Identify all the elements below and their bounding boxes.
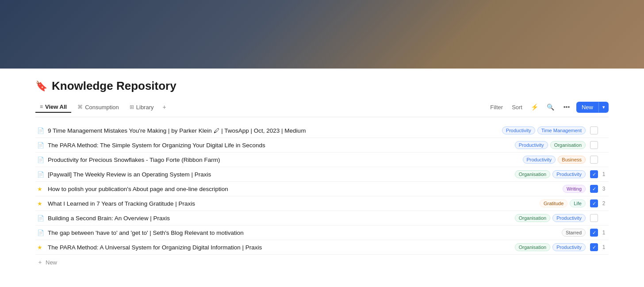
entry-tags: ProductivityTime Management	[502, 126, 586, 134]
entry-tags: Starred	[562, 229, 586, 237]
star-icon: ★	[37, 200, 46, 207]
entry-tags: GratitudeLife	[540, 199, 586, 207]
table-row[interactable]: 📄Productivity for Precious Snowflakes - …	[35, 153, 609, 167]
main-content: 🔖 Knowledge Repository ≡ View All ⌘ Cons…	[0, 69, 644, 287]
entry-checkbox[interactable]: ✓	[590, 243, 598, 251]
tag-productivity[interactable]: Productivity	[523, 156, 556, 164]
sort-button[interactable]: Sort	[509, 102, 525, 112]
doc-icon: 📄	[37, 127, 46, 134]
tag-productivity[interactable]: Productivity	[552, 170, 586, 178]
entry-title: How to polish your publication's About p…	[48, 186, 557, 192]
table-row[interactable]: 📄9 Time Management Mistakes You're Makin…	[35, 123, 609, 138]
doc-icon: 📄	[37, 171, 46, 178]
entry-checkbox[interactable]	[590, 156, 598, 164]
entry-tags: ProductivityBusiness	[523, 156, 586, 164]
entry-title: What I Learned in 7 Years of Tracking Gr…	[48, 200, 534, 207]
tab-consumption[interactable]: ⌘ Consumption	[73, 102, 123, 112]
tag-gratitude[interactable]: Gratitude	[540, 199, 567, 207]
tag-business[interactable]: Business	[558, 156, 586, 164]
library-icon: ⊞	[130, 104, 134, 110]
add-new-label: New	[46, 259, 57, 266]
toolbar-right: Filter Sort ⚡ 🔍 ••• New ▾	[487, 101, 609, 113]
bookmark-icon: 🔖	[35, 80, 47, 92]
header-banner	[0, 0, 644, 69]
tab-view-all[interactable]: ≡ View All	[35, 102, 71, 113]
entries-list: 📄9 Time Management Mistakes You're Makin…	[35, 123, 609, 255]
new-button-chevron[interactable]: ▾	[598, 102, 609, 112]
doc-icon: 📄	[37, 215, 46, 222]
entry-count: 1	[601, 171, 607, 177]
add-new-row[interactable]: ＋ New	[35, 255, 609, 270]
entry-count: 2	[601, 200, 607, 207]
entry-count: 1	[601, 230, 607, 236]
entry-title: Building a Second Brain: An Overview | P…	[48, 215, 510, 222]
entry-title: The gap between 'have to' and 'get to' |…	[48, 230, 556, 236]
table-row[interactable]: 📄[Paywall] The Weekly Review is an Opera…	[35, 167, 609, 182]
table-row[interactable]: ★How to polish your publication's About …	[35, 182, 609, 196]
lightning-icon-button[interactable]: ⚡	[529, 101, 541, 113]
table-row[interactable]: 📄Building a Second Brain: An Overview | …	[35, 211, 609, 226]
table-row[interactable]: ★What I Learned in 7 Years of Tracking G…	[35, 196, 609, 211]
tag-organisation[interactable]: Organisation	[515, 214, 550, 222]
view-all-icon: ≡	[40, 103, 43, 110]
entry-checkbox[interactable]: ✓	[590, 170, 598, 178]
new-button-label: New	[576, 102, 598, 113]
doc-icon: 📄	[37, 230, 46, 236]
add-icon: ＋	[37, 258, 43, 266]
consumption-icon: ⌘	[77, 104, 83, 110]
entry-tags: ProductivityOrganisation	[515, 141, 586, 149]
entry-tags: Writing	[563, 185, 586, 193]
tag-writing[interactable]: Writing	[563, 185, 586, 193]
entry-title: [Paywall] The Weekly Review is an Operat…	[48, 171, 510, 178]
entry-title: 9 Time Management Mistakes You're Making…	[48, 127, 497, 134]
entry-tags: OrganisationProductivity	[515, 243, 586, 251]
entry-tags: OrganisationProductivity	[515, 170, 586, 178]
table-row[interactable]: ★The PARA Method: A Universal System for…	[35, 240, 609, 255]
search-icon-button[interactable]: 🔍	[544, 101, 557, 113]
entry-count: 1	[601, 244, 607, 250]
entry-checkbox[interactable]	[590, 126, 598, 134]
tag-productivity[interactable]: Productivity	[515, 141, 548, 149]
tag-organisation[interactable]: Organisation	[515, 243, 550, 251]
tag-productivity[interactable]: Productivity	[552, 214, 586, 222]
tag-organisation[interactable]: Organisation	[550, 141, 586, 149]
filter-button[interactable]: Filter	[487, 102, 506, 112]
entry-checkbox[interactable]	[590, 141, 598, 149]
doc-icon: 📄	[37, 142, 46, 149]
entry-checkbox[interactable]: ✓	[590, 199, 598, 207]
tab-library[interactable]: ⊞ Library	[125, 102, 158, 112]
page-title: Knowledge Repository	[52, 79, 176, 93]
entry-tags: OrganisationProductivity	[515, 214, 586, 222]
entry-title: The PARA Method: A Universal System for …	[48, 244, 510, 251]
table-row[interactable]: 📄The PARA Method: The Simple System for …	[35, 138, 609, 153]
tabs-left: ≡ View All ⌘ Consumption ⊞ Library +	[35, 102, 169, 113]
entry-checkbox[interactable]: ✓	[590, 229, 598, 237]
more-options-button[interactable]: •••	[560, 101, 573, 113]
tabs-toolbar: ≡ View All ⌘ Consumption ⊞ Library + Fil…	[35, 101, 609, 117]
doc-icon: 📄	[37, 157, 46, 163]
tag-productivity[interactable]: Productivity	[552, 243, 586, 251]
star-icon: ★	[37, 244, 46, 251]
tag-productivity[interactable]: Productivity	[502, 126, 535, 134]
tag-time-management[interactable]: Time Management	[537, 126, 586, 134]
star-icon: ★	[37, 186, 46, 192]
entry-checkbox[interactable]: ✓	[590, 185, 598, 193]
new-button[interactable]: New ▾	[576, 102, 609, 113]
entry-checkbox[interactable]	[590, 214, 598, 222]
entry-title: The PARA Method: The Simple System for O…	[48, 142, 510, 149]
page-header: 🔖 Knowledge Repository	[35, 79, 609, 93]
entry-count: 3	[601, 186, 607, 192]
tag-starred[interactable]: Starred	[562, 229, 586, 237]
tag-organisation[interactable]: Organisation	[515, 170, 550, 178]
table-row[interactable]: 📄The gap between 'have to' and 'get to' …	[35, 226, 609, 240]
entry-title: Productivity for Precious Snowflakes - T…	[48, 157, 518, 163]
tag-life[interactable]: Life	[570, 199, 586, 207]
add-tab-button[interactable]: +	[160, 102, 169, 112]
